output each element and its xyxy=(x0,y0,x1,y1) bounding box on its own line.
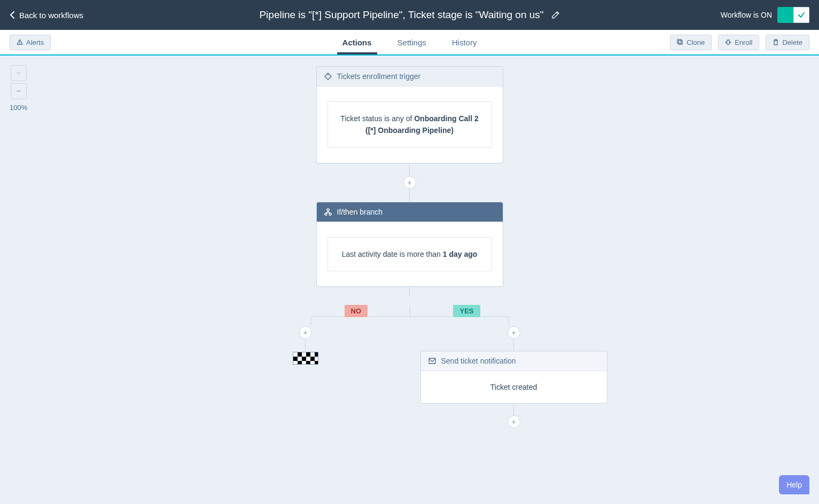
tab-history[interactable]: History xyxy=(452,32,477,53)
branch-columns: + + Send ticket notification Ticket crea… xyxy=(223,326,597,428)
branch-no-label: NO xyxy=(345,305,368,317)
back-label: Back to workflows xyxy=(19,11,83,20)
action-title: Send ticket notification xyxy=(441,357,516,365)
action-card[interactable]: Send ticket notification Ticket created xyxy=(420,351,607,404)
add-action-after-button[interactable]: + xyxy=(508,415,520,428)
workflow-canvas[interactable]: + − 100% Tickets enrollment trigger Tick… xyxy=(0,56,819,504)
alerts-label: Alerts xyxy=(26,38,44,46)
connector xyxy=(409,287,410,296)
connector xyxy=(409,189,410,202)
branch-lines xyxy=(223,306,597,326)
branch-yes-label: YES xyxy=(453,305,480,317)
branch-card[interactable]: If/then branch Last activity date is mor… xyxy=(316,202,503,287)
workflow-title: Pipeline is "[*] Support Pipeline", Tick… xyxy=(259,9,559,21)
trash-icon xyxy=(773,39,779,45)
help-button[interactable]: Help xyxy=(779,475,809,494)
tabs: Actions Settings History xyxy=(342,30,477,54)
trigger-card-header: Tickets enrollment trigger xyxy=(317,67,503,86)
svg-point-7 xyxy=(329,213,331,215)
branch-condition: Last activity date is more than 1 day ag… xyxy=(327,237,492,271)
svg-rect-3 xyxy=(677,40,681,43)
svg-point-0 xyxy=(19,43,20,43)
clone-label: Clone xyxy=(687,38,705,46)
add-action-yes-button[interactable]: + xyxy=(508,326,520,339)
app-header: Back to workflows Pipeline is "[*] Suppo… xyxy=(0,0,819,30)
action-card-header: Send ticket notification xyxy=(421,351,607,371)
trigger-condition: Ticket status is any of Onboarding Call … xyxy=(327,101,492,148)
toggle-check-side xyxy=(793,7,809,23)
zoom-percent: 100% xyxy=(10,104,27,112)
check-icon xyxy=(798,11,805,19)
workflow-flow: Tickets enrollment trigger Ticket status… xyxy=(223,66,597,428)
trigger-prop: Ticket status xyxy=(340,114,382,123)
tab-settings[interactable]: Settings xyxy=(397,32,426,53)
tag-icon xyxy=(324,73,332,80)
zoom-controls: + − 100% xyxy=(10,65,27,112)
workflow-on-toggle[interactable] xyxy=(777,7,809,23)
branch-card-body: Last activity date is more than 1 day ag… xyxy=(317,222,503,286)
chevron-left-icon xyxy=(10,11,15,19)
title-text: Pipeline is "[*] Support Pipeline", Tick… xyxy=(259,9,543,21)
end-flag-icon xyxy=(293,352,318,365)
delete-button[interactable]: Delete xyxy=(766,35,809,50)
toggle-on-side xyxy=(777,7,793,23)
toolbar: Alerts Actions Settings History Clone En… xyxy=(0,30,819,56)
enroll-label: Enroll xyxy=(735,38,752,46)
svg-point-5 xyxy=(327,209,329,211)
branch-title: If/then branch xyxy=(337,208,383,216)
branch-no-column: + xyxy=(212,326,399,428)
trigger-card[interactable]: Tickets enrollment trigger Ticket status… xyxy=(316,66,503,163)
pencil-icon[interactable] xyxy=(551,11,560,19)
branch-icon xyxy=(324,208,332,216)
connector xyxy=(513,339,514,351)
svg-point-4 xyxy=(327,74,329,75)
enroll-button[interactable]: Enroll xyxy=(718,35,759,50)
branch-mid: is more than xyxy=(397,250,443,258)
header-right: Workflow is ON xyxy=(721,7,809,23)
svg-rect-2 xyxy=(678,41,682,44)
delete-label: Delete xyxy=(782,38,802,46)
toolbar-right: Clone Enroll Delete xyxy=(670,35,809,50)
svg-rect-8 xyxy=(429,358,435,364)
clone-icon xyxy=(677,39,683,45)
connector xyxy=(513,404,514,415)
warning-icon xyxy=(17,39,23,45)
add-action-button[interactable]: + xyxy=(403,176,416,189)
zoom-in-button[interactable]: + xyxy=(11,65,27,81)
trigger-title: Tickets enrollment trigger xyxy=(337,72,421,81)
tab-actions[interactable]: Actions xyxy=(342,32,372,53)
branch-card-header: If/then branch xyxy=(317,202,503,222)
alerts-button[interactable]: Alerts xyxy=(10,35,51,50)
clone-button[interactable]: Clone xyxy=(670,35,712,50)
action-body: Ticket created xyxy=(421,371,607,403)
branch-yes-column: + Send ticket notification Ticket create… xyxy=(420,326,607,428)
back-to-workflows-link[interactable]: Back to workflows xyxy=(10,11,83,20)
connector xyxy=(409,163,410,176)
add-action-no-button[interactable]: + xyxy=(299,326,312,339)
trigger-mid: is any of xyxy=(382,114,414,123)
svg-point-6 xyxy=(325,213,327,215)
zoom-out-button[interactable]: − xyxy=(11,83,27,99)
connector xyxy=(305,339,306,350)
branch-value: 1 day ago xyxy=(443,250,478,258)
mail-icon xyxy=(428,358,436,364)
branch-split: NO YES + + Send ticket notification xyxy=(223,306,597,428)
workflow-status-label: Workflow is ON xyxy=(721,11,772,19)
branch-prop: Last activity date xyxy=(342,250,397,258)
trigger-card-body: Ticket status is any of Onboarding Call … xyxy=(317,86,503,163)
enroll-icon xyxy=(725,39,731,45)
